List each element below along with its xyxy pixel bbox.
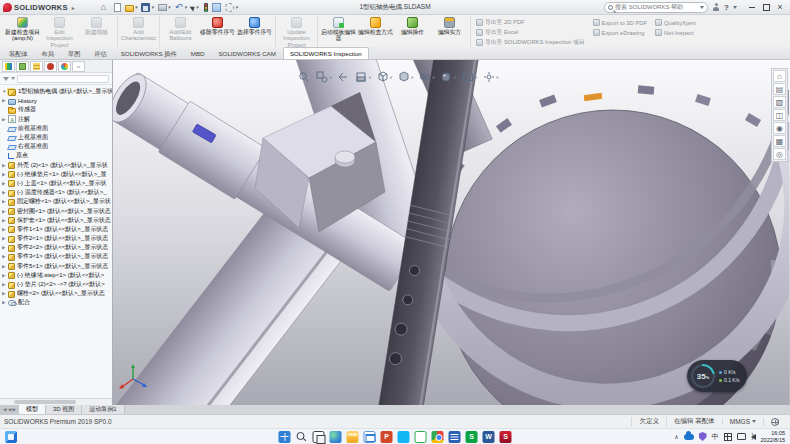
minimize-button[interactable] [745,1,759,14]
filter-caret-icon[interactable] [11,77,15,80]
qq-icon[interactable] [398,431,410,443]
units-selector[interactable]: MMGS [722,418,763,425]
onedrive-icon[interactable] [684,434,694,440]
edit-gages-button[interactable]: 编辑实方 [431,16,468,35]
tab-evaluate[interactable]: 评估 [87,47,113,59]
open-icon[interactable]: ▾ [125,3,138,12]
restore-button[interactable] [759,1,773,14]
help-icon[interactable]: ? [724,3,729,12]
security-shield-icon[interactable] [699,432,707,441]
export-menu-item[interactable]: Export to 3D PDF [593,18,647,27]
widgets-icon[interactable] [5,431,17,443]
tray-chevron-icon[interactable]: ∧ [674,433,678,440]
section-view-icon[interactable]: ▾ [355,71,370,83]
feature-manager-tab[interactable] [2,61,15,72]
file-explorer-icon[interactable] [347,431,359,443]
doc-tab-3d-views[interactable]: 3D 视图 [46,405,82,414]
update-inspection-project-button[interactable]: Update Inspection Project [278,16,315,48]
tree-item[interactable]: ▶ (-) 上盖<1> (默认<<默认>_显示状 [2,179,112,188]
start-button[interactable] [279,431,291,443]
export-menu-item[interactable]: 导出至 SOLIDWORKS Inspection 项目 [476,38,585,47]
appearances-icon[interactable]: ◉ [773,122,786,134]
office-app-icon[interactable]: P [381,431,393,443]
rebuild-icon[interactable]: ▾ [202,3,208,12]
solidworks-taskbar-icon[interactable]: S [500,431,512,443]
display-tray-icon[interactable] [737,433,746,440]
edit-operations-button[interactable]: 编辑操作 [394,16,431,35]
tree-item[interactable]: ▶ 保护套<1> (默认<<默认>_显示状态 [2,216,112,225]
save-icon[interactable]: ▾ [141,3,154,12]
tab-sketch[interactable]: 草图 [61,47,87,59]
edit-inspection-methods-button[interactable]: 编辑检查方式 [357,16,394,35]
tree-item[interactable]: ▶ 右视基准面 [2,142,112,151]
custom-properties-icon[interactable]: ▦ [773,135,786,147]
design-library-icon[interactable]: ▤ [773,83,786,95]
notes-app-icon[interactable] [449,431,461,443]
tree-item[interactable]: ▶ 传感器 [2,105,112,114]
help-caret-icon[interactable] [733,6,737,9]
tree-filter-input[interactable] [17,75,109,83]
configuration-manager-tab[interactable] [30,61,43,72]
taskbar-clock[interactable]: 16:05 2022/8/15 [761,430,785,444]
sign-in-icon[interactable] [712,3,720,11]
tree-item[interactable]: ▶ (-) 温度传感器<1> (默认<<默认>_ [2,188,112,197]
add-characteristic-button[interactable]: Add Characteristic [120,16,157,42]
3d-model-view[interactable] [113,60,789,405]
tree-item[interactable]: ▶ (-) 垫片 (2)<2> ->? (默认<<默认> [2,280,112,289]
file-explorer-pane-icon[interactable]: ▧ [773,96,786,108]
hide-show-items-icon[interactable]: ▾ [419,71,434,83]
display-style-icon[interactable]: ▾ [398,71,413,83]
taskbar-search-icon[interactable] [296,431,308,443]
tree-item[interactable]: ▶ 密封圈<1> (默认<<默认>_显示状态 [2,206,112,215]
add-edit-balloons-button[interactable]: Add/Edit Balloons [162,16,199,42]
tree-item[interactable]: ▶ History [2,96,112,105]
options-icon[interactable]: ▾ [225,3,238,12]
tree-horizontal-scrollbar[interactable] [0,398,112,405]
tree-item[interactable]: ▶ 上视基准面 [2,133,112,142]
tree-item[interactable]: ▶ 固定螺栓<1> (默认<<默认>_显示状 [2,197,112,206]
tree-item[interactable]: ▶ 注解 [2,115,112,124]
tab-solidworks-inspection[interactable]: SOLIDWORKS Inspection [283,47,369,59]
view-palette-icon[interactable]: ◫ [773,109,786,121]
new-document-icon[interactable]: ▾ [114,3,121,12]
file-properties-icon[interactable]: ▾ [212,3,221,12]
edit-inspection-project-button[interactable]: Edit Inspection Project [41,16,78,48]
green-app-icon[interactable] [415,431,427,443]
tree-item[interactable]: ▶ 零件5<1> (默认<<默认>_显示状态 [2,262,112,271]
tree-item[interactable]: ▶ 前视基准面 [2,124,112,133]
word-icon[interactable]: W [483,431,495,443]
tab-assembly[interactable]: 装配体 [2,47,35,59]
tab-solidworks-cam[interactable]: SOLIDWORKS CAM [211,47,282,59]
green-s-app-icon[interactable]: S [466,431,478,443]
edit-appearance-icon[interactable]: ▾ [440,71,455,83]
view-settings-icon[interactable]: ▾ [483,71,498,83]
tree-item[interactable]: ▶ 零件2<1> (默认<<默认>_显示状态 [2,234,112,243]
export-menu-item[interactable]: QualityXpert [655,18,696,27]
tab-mbd[interactable]: MBD [184,47,212,59]
print-icon[interactable]: ▾ [158,3,171,11]
tree-item[interactable]: ▶ 原点 [2,151,112,160]
panel-tabs-overflow[interactable]: » [72,61,85,72]
view-orientation-icon[interactable]: ▾ [377,71,392,83]
previous-view-icon[interactable] [337,71,349,83]
tab-layout[interactable]: 布局 [35,47,61,59]
display-manager-tab[interactable] [58,61,71,72]
web-help-toggle[interactable] [763,418,786,426]
new-template-button[interactable]: 新建模板 [78,16,115,35]
ime-language-indicator[interactable]: 中 [712,432,719,442]
select-icon[interactable]: ▾ [191,4,199,11]
zoom-fit-icon[interactable] [298,71,310,83]
doc-tab-model[interactable]: 模型 [19,405,46,414]
scrollbar-thumb[interactable] [14,400,76,404]
edge-icon[interactable] [330,431,342,443]
forum-icon[interactable]: ◎ [773,148,786,160]
tree-item[interactable]: ▶ 零件2<2> (默认<<默认>_显示状态 [2,243,112,252]
tab-solidworks-addins[interactable]: SOLIDWORKS 插件 [114,47,184,59]
tree-item[interactable]: ▶ (-) 绝缘堵.step<1> (默认<<默认> [2,271,112,280]
mail-icon[interactable] [364,431,376,443]
graphics-viewport[interactable]: ▾ ▾ ▾ ▾ ▾ ▾ ▾ ▾ ⌂▤▧◫◉▦◎ [113,60,790,405]
help-search-box[interactable]: 搜索 SOLIDWORKS 帮助 [604,2,708,13]
volume-icon[interactable] [751,434,756,440]
launch-template-editor-button[interactable]: 启动模板编辑器 [320,16,357,42]
tree-item[interactable]: ▶ 配合 [2,298,112,307]
